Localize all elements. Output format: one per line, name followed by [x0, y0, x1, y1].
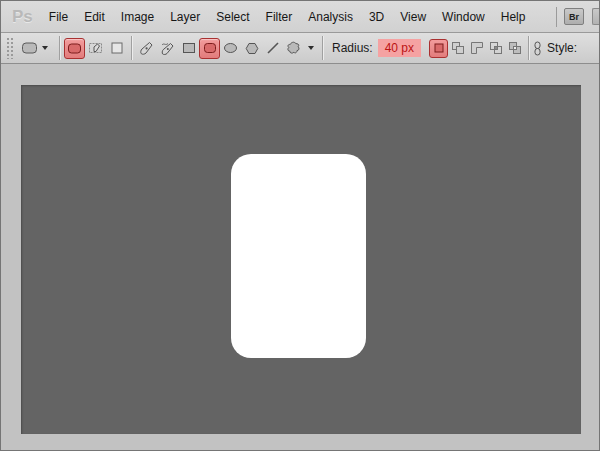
menu-view[interactable]: View [392, 2, 434, 32]
shape-layers-mode-button[interactable] [64, 38, 85, 59]
menubar-right-group: Br [549, 7, 599, 27]
menubar-divider [556, 7, 557, 27]
launch-bridge-button[interactable]: Br [564, 8, 584, 25]
options-divider [528, 36, 529, 60]
rounded-rectangle-shape[interactable] [231, 154, 366, 358]
subtract-from-shape-icon [470, 41, 484, 55]
shape-layers-icon [67, 42, 82, 55]
custom-shape-tool-icon [286, 41, 301, 55]
freeform-pen-tool-icon [160, 41, 175, 56]
menu-file[interactable]: File [41, 2, 76, 32]
options-bar-grip-handle[interactable] [6, 37, 14, 59]
chevron-down-icon [42, 46, 48, 50]
new-shape-layer-icon [432, 41, 446, 55]
radius-input[interactable]: 40 px [378, 39, 421, 57]
custom-shape-options-chevron-icon[interactable] [308, 46, 314, 50]
pen-tool-icon [139, 41, 154, 56]
menu-help[interactable]: Help [493, 2, 534, 32]
ellipse-tool-button[interactable] [220, 38, 241, 59]
menu-edit[interactable]: Edit [76, 2, 113, 32]
menu-image[interactable]: Image [113, 2, 162, 32]
add-to-shape-area-button[interactable] [448, 39, 467, 58]
menu-3d[interactable]: 3D [361, 2, 392, 32]
polygon-tool-icon [245, 42, 259, 55]
polygon-tool-button[interactable] [241, 38, 262, 59]
create-new-shape-layer-button[interactable] [429, 39, 448, 58]
rectangle-tool-icon [182, 42, 196, 54]
line-tool-button[interactable] [262, 38, 283, 59]
radius-label: Radius: [332, 41, 373, 55]
document-canvas[interactable] [21, 85, 581, 434]
menu-bar: Ps File Edit Image Layer Select Filter A… [1, 1, 599, 33]
menu-select[interactable]: Select [208, 2, 257, 32]
custom-shape-tool-button[interactable] [283, 38, 304, 59]
rounded-rectangle-tool-icon [203, 42, 217, 54]
tool-preset-picker[interactable] [18, 39, 55, 57]
style-label: Style: [547, 41, 577, 55]
menu-filter[interactable]: Filter [258, 2, 301, 32]
line-tool-icon [266, 41, 280, 55]
intersect-shape-areas-button[interactable] [486, 39, 505, 58]
fill-pixels-mode-button[interactable] [106, 38, 127, 59]
paths-mode-button[interactable] [85, 38, 106, 59]
options-divider [59, 36, 60, 60]
menu-layer[interactable]: Layer [162, 2, 208, 32]
fill-pixels-icon [110, 41, 124, 55]
add-to-shape-icon [451, 41, 465, 55]
tool-options-bar: Radius: 40 px [1, 33, 599, 64]
subtract-from-shape-area-button[interactable] [467, 39, 486, 58]
menu-analysis[interactable]: Analysis [300, 2, 361, 32]
photoshop-logo: Ps [12, 7, 33, 27]
ellipse-tool-icon [223, 42, 238, 54]
pen-tool-button[interactable] [136, 38, 157, 59]
freeform-pen-tool-button[interactable] [157, 38, 178, 59]
rounded-rectangle-tool-button[interactable] [199, 38, 220, 59]
path-operations-group [429, 39, 524, 58]
exclude-overlapping-icon [508, 41, 522, 55]
paths-icon [88, 41, 103, 55]
options-divider [322, 36, 323, 60]
workspace [2, 65, 598, 449]
cropped-panel-button [592, 8, 599, 25]
intersect-shape-icon [489, 41, 503, 55]
menu-window[interactable]: Window [434, 2, 493, 32]
options-divider [131, 36, 132, 60]
rectangle-tool-button[interactable] [178, 38, 199, 59]
rounded-rectangle-preset-icon [21, 41, 38, 55]
photoshop-window: Ps File Edit Image Layer Select Filter A… [0, 0, 600, 451]
exclude-overlapping-shape-areas-button[interactable] [505, 39, 524, 58]
link-style-icon[interactable] [533, 41, 542, 56]
